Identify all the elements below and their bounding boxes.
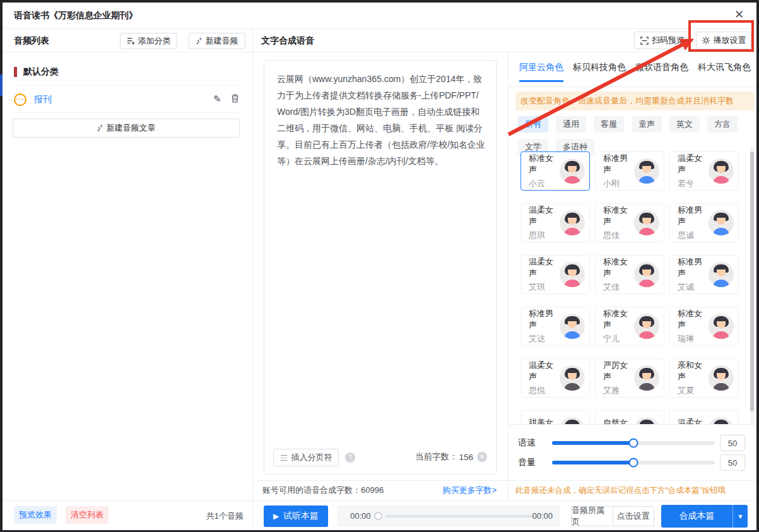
voice-type: 标准女声 xyxy=(529,153,560,175)
voice-card-思悦[interactable]: 温柔女声思悦 xyxy=(521,358,590,398)
category-bar xyxy=(14,67,17,77)
voice-avatar-icon xyxy=(709,365,734,391)
voice-name: 瑞琳 xyxy=(678,333,709,345)
speed-slider-handle[interactable] xyxy=(629,439,638,448)
filter-chip-客服[interactable]: 客服 xyxy=(594,116,624,133)
edit-icon[interactable]: ✎ xyxy=(213,93,221,105)
category-name: 默认分类 xyxy=(23,66,59,78)
voice-avatar-icon xyxy=(709,262,734,287)
synthesize-dropdown[interactable]: ▼ xyxy=(733,505,748,528)
listen-button[interactable]: ▶ 试听本篇 xyxy=(264,505,328,527)
speed-slider-row: 语速 xyxy=(508,435,756,451)
voice-name: 小云 xyxy=(529,178,560,189)
volume-slider-handle[interactable] xyxy=(629,458,638,468)
scrollbar-track[interactable] xyxy=(750,146,754,424)
filter-chip-方言[interactable]: 方言 xyxy=(707,116,738,133)
tts-text-content[interactable]: 云展网（www.yunzhan365.com）创立于2014年，致力于为上传者提… xyxy=(277,71,486,169)
voice-card-小刚[interactable]: 标准男声小刚 xyxy=(595,151,664,191)
new-audio-article-button[interactable]: ♪+ 新建音频文章 xyxy=(13,119,240,138)
voice-name: 艾诚 xyxy=(678,281,709,293)
speed-slider[interactable] xyxy=(552,441,715,445)
add-category-icon xyxy=(127,37,135,45)
voice-type: 标准女声 xyxy=(678,308,709,331)
voice-type: 严厉女声 xyxy=(603,360,634,382)
divider xyxy=(14,85,241,86)
player-progress-track[interactable] xyxy=(385,515,534,517)
audio-list-title: 音频列表 xyxy=(14,35,49,47)
divider xyxy=(3,28,756,29)
voice-avatar-icon xyxy=(560,417,585,424)
pagebreak-icon xyxy=(280,454,288,461)
audio-page-button[interactable]: 音频所属页 xyxy=(572,507,613,526)
dialog-title: 语音读书《万彩信息企业期刊》 xyxy=(14,10,138,21)
tab-阿里云角色[interactable]: 阿里云角色 xyxy=(519,62,563,82)
voice-card-瑞琳[interactable]: 标准女声瑞琳 xyxy=(669,307,739,346)
voice-name: 艾夏 xyxy=(678,385,709,396)
voice-name: 艾达 xyxy=(529,333,560,345)
voice-type: 温柔女声 xyxy=(529,204,560,227)
buy-more-link[interactable]: 购买更多字数> xyxy=(442,485,497,496)
voice-name: 艾佳 xyxy=(603,281,634,293)
insert-pagebreak-button[interactable]: 插入分页符 xyxy=(273,449,339,466)
not-synthesized-notice: 此音频还未合成，确定无误后记得点击下方“合成本篇”按钮哦 xyxy=(515,480,756,500)
filter-chip-英文[interactable]: 英文 xyxy=(669,116,700,133)
volume-slider-fill xyxy=(552,461,633,464)
voice-avatar-icon xyxy=(634,314,659,339)
clear-text-icon[interactable]: ✕ xyxy=(477,452,487,462)
voice-card-艾琪[interactable]: 温柔女声艾琪 xyxy=(521,255,590,294)
speed-slider-fill xyxy=(552,441,633,445)
voice-card-思琪[interactable]: 温柔女声思琪 xyxy=(521,203,590,242)
filter-chip-童声[interactable]: 童声 xyxy=(632,116,662,133)
voice-card-艾佳[interactable]: 标准女声艾佳 xyxy=(595,255,664,294)
dropdown-arrow-icon: ▼ xyxy=(738,513,744,520)
audio-item-label[interactable]: 报刊 xyxy=(34,94,52,105)
player-progress-handle[interactable] xyxy=(374,512,382,520)
close-icon[interactable]: ✕ xyxy=(734,8,744,21)
new-audio-button[interactable]: ♪+ 新建音频 xyxy=(189,33,245,49)
voice-card-甜美女声[interactable]: 甜美女声 xyxy=(521,410,590,424)
category-badge-icon: ··· xyxy=(14,93,26,106)
voice-card-若兮[interactable]: 温柔女声若兮 xyxy=(669,151,739,191)
voice-avatar-icon xyxy=(634,210,659,235)
tab-科大讯飞角色[interactable]: 科大讯飞角色 xyxy=(698,62,751,82)
audio-list-item[interactable]: ··· 报刊 ✎ xyxy=(3,87,252,112)
tts-textarea[interactable]: 云展网（www.yunzhan365.com）创立于2014年，致力于为上传者提… xyxy=(264,60,497,475)
speed-value-input[interactable] xyxy=(720,435,745,451)
voice-card-艾夏[interactable]: 亲和女声艾夏 xyxy=(669,358,739,398)
voice-card-艾达[interactable]: 标准男声艾达 xyxy=(521,307,590,346)
voice-avatar-icon xyxy=(634,262,659,287)
voice-card-自然女声[interactable]: 自然女声 xyxy=(595,410,664,424)
tts-title: 文字合成语音 xyxy=(261,35,314,47)
voice-avatar-icon xyxy=(634,158,659,184)
add-category-button[interactable]: 添加分类 xyxy=(120,33,177,49)
char-count: 当前字数：156 ✕ xyxy=(415,451,487,463)
volume-slider[interactable] xyxy=(552,461,715,464)
voice-card-小云[interactable]: 标准女声小云 xyxy=(521,151,590,191)
add-audio-icon: ♪+ xyxy=(196,36,203,46)
divider xyxy=(508,86,756,87)
voice-card-思佳[interactable]: 标准女声思佳 xyxy=(595,203,664,242)
voice-avatar-icon xyxy=(634,365,659,391)
account-row: 账号可用的语音合成字数：60996 购买更多字数> xyxy=(252,480,508,500)
voice-card-温柔女声[interactable]: 温柔女声 xyxy=(669,410,739,424)
synthesize-button[interactable]: 合成本篇 xyxy=(661,505,733,528)
voice-type: 标准女声 xyxy=(603,308,634,331)
volume-value-input[interactable] xyxy=(720,454,745,471)
voice-card-艾雅[interactable]: 严厉女声艾雅 xyxy=(595,358,664,398)
voice-card-思诚[interactable]: 标准男声思诚 xyxy=(669,203,739,242)
preview-effect-button[interactable]: 预览效果 xyxy=(14,506,57,524)
voice-name: 艾雅 xyxy=(603,385,634,396)
clear-list-button[interactable]: 清空列表 xyxy=(66,506,109,524)
voice-card-艾诚[interactable]: 标准男声艾诚 xyxy=(669,255,739,294)
annotation-highlight-box xyxy=(688,20,754,52)
voice-card-宁儿[interactable]: 标准女声宁儿 xyxy=(595,307,664,346)
scrollbar-thumb[interactable] xyxy=(750,151,754,411)
click-set-button[interactable]: 点击设置 xyxy=(613,507,654,526)
scan-icon xyxy=(640,37,649,45)
help-icon[interactable]: ? xyxy=(345,452,355,463)
music-note-icon: ♪+ xyxy=(97,123,103,133)
voice-type: 温柔女声 xyxy=(529,360,560,382)
play-icon: ▶ xyxy=(273,512,279,521)
delete-icon[interactable] xyxy=(231,94,239,105)
filter-chip-通用[interactable]: 通用 xyxy=(556,116,586,133)
